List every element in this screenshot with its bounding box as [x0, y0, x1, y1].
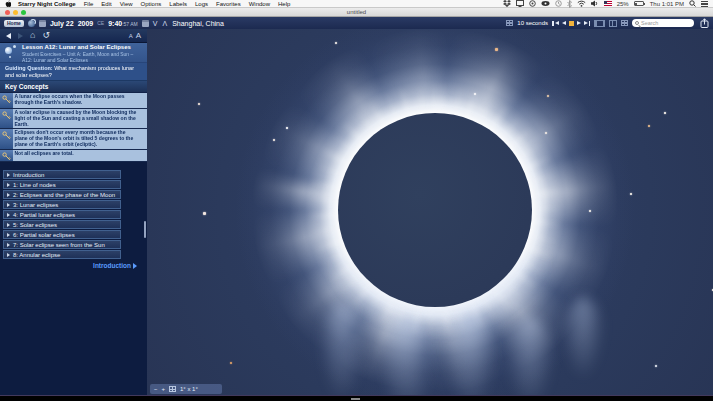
- section-3[interactable]: 3: Lunar eclipses: [3, 200, 121, 209]
- menu-logs[interactable]: Logs: [195, 1, 208, 7]
- location-label[interactable]: Shanghai, China: [172, 20, 224, 27]
- zoom-control: − + 1° x 1°: [150, 384, 222, 394]
- timemachine-icon[interactable]: [529, 0, 536, 7]
- lesson-logo-icon: [4, 44, 19, 61]
- star: [203, 212, 206, 215]
- star: [664, 112, 666, 114]
- section-introduction[interactable]: Introduction: [3, 170, 121, 179]
- wifi-icon[interactable]: [577, 0, 586, 7]
- key-concept-text: A lunar eclipse occurs when the Moon pas…: [13, 93, 143, 104]
- corona-wisp: [562, 297, 604, 377]
- options-grid-icon[interactable]: [621, 20, 628, 26]
- menu-options[interactable]: Options: [141, 1, 162, 7]
- bluetooth-icon[interactable]: [567, 0, 572, 8]
- dropbox-icon[interactable]: [503, 0, 511, 7]
- corona-wisp: [319, 304, 365, 395]
- menu-window[interactable]: Window: [249, 1, 270, 7]
- menu-clock[interactable]: Thu 1:01 PM: [650, 1, 684, 7]
- star: [335, 42, 337, 44]
- lesson-title: Lesson A12: Lunar and Solar Eclipses: [22, 44, 143, 51]
- refresh-icon[interactable]: ↺: [42, 31, 50, 40]
- star: [495, 48, 498, 51]
- menu-labels[interactable]: Labels: [169, 1, 187, 7]
- time-step-value[interactable]: 10 seconds: [517, 20, 548, 26]
- gaze-up-icon[interactable]: V: [153, 20, 159, 27]
- date-menu-icon[interactable]: [39, 20, 46, 27]
- macos-menu-bar: Starry Night College File Edit View Opti…: [0, 0, 713, 8]
- input-language-flag-icon[interactable]: [604, 1, 612, 6]
- sidebar-toggle-icon[interactable]: [609, 20, 617, 27]
- lesson-breadcrumb: Student Exercises – Unit A: Earth, Moon …: [22, 52, 143, 63]
- section-6[interactable]: 6: Partial solar eclipses: [3, 230, 121, 239]
- forward-button[interactable]: [18, 33, 23, 39]
- window-bottom-edge: [0, 395, 713, 401]
- notification-center-icon[interactable]: [701, 1, 708, 7]
- sky-view[interactable]: − + 1° x 1°: [147, 29, 713, 395]
- share-icon[interactable]: [700, 18, 709, 28]
- section-1[interactable]: 1: Line of nodes: [3, 180, 121, 189]
- menu-file[interactable]: File: [84, 1, 94, 7]
- menu-favorites[interactable]: Favorites: [216, 1, 241, 7]
- key-concept-text: A solar eclipse is caused by the Moon bl…: [13, 109, 143, 123]
- star: [286, 127, 288, 129]
- menu-view[interactable]: View: [120, 1, 133, 7]
- fov-grid-icon[interactable]: [169, 386, 176, 392]
- section-8[interactable]: 8: Annular eclipse: [3, 250, 121, 259]
- eye-icon[interactable]: [541, 0, 550, 7]
- time-transport-controls: [552, 21, 590, 26]
- stop-button[interactable]: [569, 21, 574, 26]
- key-icon: [0, 150, 13, 161]
- apple-menu-icon[interactable]: [5, 0, 11, 7]
- guiding-question-label: Guiding Question:: [5, 66, 53, 71]
- volume-icon[interactable]: [591, 0, 599, 7]
- horizontal-scroll-thumb[interactable]: [351, 398, 360, 400]
- home-button[interactable]: Home: [4, 20, 24, 27]
- lesson-home-icon[interactable]: ⌂: [30, 31, 35, 40]
- time-field[interactable]: 9:40: [108, 20, 122, 27]
- star: [655, 365, 657, 367]
- search-input[interactable]: Search: [632, 19, 694, 27]
- time-menu-icon[interactable]: [142, 20, 149, 27]
- star: [273, 139, 275, 141]
- star: [547, 95, 549, 97]
- display-icon[interactable]: [516, 0, 524, 7]
- step-back-button[interactable]: [562, 21, 566, 25]
- time-step-menu-icon[interactable]: [506, 20, 513, 26]
- section-5[interactable]: 5: Solar eclipses: [3, 220, 121, 229]
- active-app-name[interactable]: Starry Night College: [18, 1, 76, 7]
- lesson-header: Lesson A12: Lunar and Solar Eclipses Stu…: [0, 43, 147, 63]
- play-forward-button[interactable]: [577, 21, 581, 25]
- year-field[interactable]: 2009: [78, 20, 94, 27]
- menu-help[interactable]: Help: [278, 1, 290, 7]
- font-larger-button[interactable]: A: [136, 31, 141, 40]
- section-7[interactable]: 7: Solar eclipse seen from the Sun: [3, 240, 121, 249]
- star: [545, 132, 547, 134]
- window-title-bar: untitled: [0, 8, 713, 17]
- go-to-start-button[interactable]: [552, 21, 559, 26]
- menu-edit[interactable]: Edit: [101, 1, 111, 7]
- key-concept-item: A lunar eclipse occurs when the Moon pas…: [0, 93, 147, 109]
- search-placeholder: Search: [641, 20, 658, 26]
- clock-icon[interactable]: [555, 0, 562, 7]
- go-to-end-button[interactable]: [584, 21, 591, 26]
- star: [589, 210, 591, 212]
- back-button[interactable]: [6, 33, 11, 39]
- spotlight-icon[interactable]: [689, 0, 696, 7]
- introduction-link[interactable]: Introduction: [0, 260, 147, 269]
- battery-icon[interactable]: [634, 1, 644, 6]
- date-field[interactable]: July 22: [50, 20, 74, 27]
- time-reset-globe-icon[interactable]: [28, 20, 35, 27]
- gaze-down-icon[interactable]: Λ: [162, 20, 168, 27]
- sidebar-scrollbar[interactable]: [144, 221, 146, 238]
- zoom-in-button[interactable]: +: [162, 386, 166, 392]
- moon-disk[interactable]: [338, 113, 532, 307]
- battery-percent: 25%: [617, 1, 629, 7]
- panes-toggle-icon[interactable]: [594, 20, 605, 27]
- zoom-out-button[interactable]: −: [154, 386, 158, 392]
- fov-label: 1° x 1°: [180, 386, 198, 392]
- time-seconds-field[interactable]: :57 AM: [122, 21, 138, 27]
- key-concept-item: Not all eclipses are total.: [0, 150, 147, 162]
- section-2[interactable]: 2: Eclipses and the phase of the Moon: [3, 190, 121, 199]
- section-4[interactable]: 4: Partial lunar eclipses: [3, 210, 121, 219]
- font-smaller-button[interactable]: A: [129, 33, 133, 39]
